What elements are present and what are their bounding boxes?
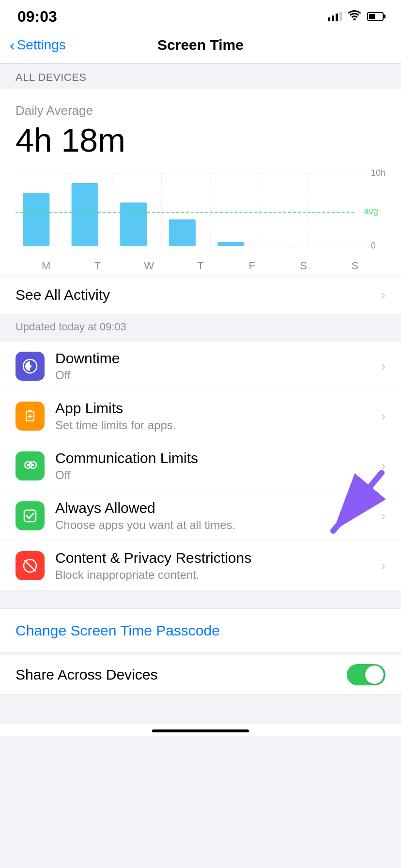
comm-limits-title: Communication Limits	[55, 450, 381, 466]
content-privacy-icon	[15, 551, 45, 580]
chart-day-M: M	[36, 260, 56, 272]
home-bar-indicator	[152, 729, 249, 732]
chart-day-F: F	[242, 260, 262, 272]
downtime-chevron-icon: ›	[381, 358, 386, 374]
toggle-thumb	[365, 666, 384, 684]
see-all-chevron-icon: ›	[381, 287, 386, 303]
svg-point-26	[27, 464, 30, 466]
svg-rect-12	[72, 183, 98, 246]
always-allowed-subtitle: Choose apps you want at all times.	[55, 518, 381, 532]
always-allowed-text: Always Allowed Choose apps you want at a…	[55, 500, 381, 532]
share-across-label: Share Across Devices	[15, 666, 157, 683]
change-passcode-link[interactable]: Change Screen Time Passcode	[15, 622, 220, 638]
settings-item-app-limits[interactable]: App Limits Set time limits for apps. ›	[0, 391, 401, 441]
content-privacy-chevron-icon: ›	[381, 558, 386, 574]
app-limits-chevron-icon: ›	[381, 408, 386, 424]
content-privacy-subtitle: Block inappropriate content.	[55, 568, 381, 582]
svg-rect-11	[23, 193, 49, 246]
battery-icon	[367, 12, 384, 21]
svg-text:10h: 10h	[371, 169, 386, 178]
chart-svg: 10h 0 avg	[15, 169, 386, 256]
section-header-all-devices: ALL DEVICES	[0, 63, 401, 89]
spacer	[0, 591, 401, 601]
back-chevron-icon: ‹	[10, 36, 15, 54]
bottom-spacer	[0, 695, 401, 724]
daily-average-card: Daily Average 4h 18m 10h 0	[0, 89, 401, 275]
chart-day-labels: M T W T F S S	[15, 260, 386, 272]
see-all-activity-row[interactable]: See All Activity ›	[0, 276, 401, 314]
wifi-icon	[348, 10, 361, 23]
chart-day-S2: S	[345, 260, 365, 272]
daily-average-value: 4h 18m	[15, 121, 386, 159]
comm-limits-chevron-icon: ›	[381, 458, 386, 474]
nav-bar: ‹ Settings Screen Time	[0, 29, 401, 63]
see-all-activity-left: See All Activity	[15, 287, 381, 303]
see-all-activity-label: See All Activity	[15, 287, 110, 303]
svg-text:avg: avg	[364, 206, 378, 216]
svg-text:0: 0	[371, 241, 376, 250]
passcode-section: Change Screen Time Passcode	[0, 608, 401, 653]
settings-item-downtime[interactable]: Downtime Off ›	[0, 341, 401, 391]
comm-limits-text: Communication Limits Off	[55, 450, 381, 482]
always-allowed-chevron-icon: ›	[381, 508, 386, 524]
home-bar	[0, 724, 401, 736]
svg-rect-13	[120, 202, 147, 246]
svg-line-30	[25, 560, 35, 571]
page-title: Screen Time	[157, 37, 244, 53]
chart-day-T1: T	[88, 260, 107, 272]
downtime-subtitle: Off	[55, 369, 381, 382]
status-icons	[328, 10, 384, 23]
content-privacy-title: Content & Privacy Restrictions	[55, 550, 381, 566]
svg-point-27	[32, 464, 34, 466]
comm-limits-icon	[15, 451, 45, 480]
share-across-toggle[interactable]	[347, 664, 386, 685]
settings-item-always-allowed[interactable]: Always Allowed Choose apps you want at a…	[0, 491, 401, 541]
downtime-icon	[15, 352, 45, 381]
daily-average-label: Daily Average	[15, 103, 386, 118]
share-across-devices-bar: Share Across Devices	[0, 655, 401, 695]
chart-day-T2: T	[191, 260, 210, 272]
comm-limits-subtitle: Off	[55, 468, 381, 482]
downtime-title: Downtime	[55, 350, 381, 367]
svg-rect-15	[217, 242, 244, 246]
app-limits-icon	[15, 402, 45, 431]
see-all-activity-card: See All Activity ›	[0, 276, 401, 314]
chart-day-S1: S	[294, 260, 313, 272]
updated-info-bar: Updated today at 09:03	[0, 314, 401, 341]
svg-rect-14	[169, 219, 196, 246]
settings-item-content-privacy[interactable]: Content & Privacy Restrictions Block ina…	[0, 541, 401, 591]
svg-rect-21	[28, 410, 32, 412]
svg-point-19	[29, 365, 31, 368]
app-limits-title: App Limits	[55, 400, 381, 417]
always-allowed-icon	[15, 501, 45, 530]
downtime-text: Downtime Off	[55, 350, 381, 382]
signal-icon	[328, 12, 342, 21]
settings-items-section: Downtime Off › App Limits Set time limit…	[0, 341, 401, 591]
back-button[interactable]: ‹ Settings	[10, 36, 66, 54]
activity-chart: 10h 0 avg	[15, 169, 386, 275]
app-limits-text: App Limits Set time limits for apps.	[55, 400, 381, 432]
chart-day-W: W	[139, 260, 159, 272]
always-allowed-title: Always Allowed	[55, 500, 381, 516]
status-time: 09:03	[17, 8, 57, 26]
settings-item-comm-limits[interactable]: Communication Limits Off ›	[0, 441, 401, 491]
status-bar: 09:03	[0, 0, 401, 29]
app-limits-subtitle: Set time limits for apps.	[55, 418, 381, 432]
spacer2	[0, 653, 401, 654]
content-privacy-text: Content & Privacy Restrictions Block ina…	[55, 550, 381, 582]
